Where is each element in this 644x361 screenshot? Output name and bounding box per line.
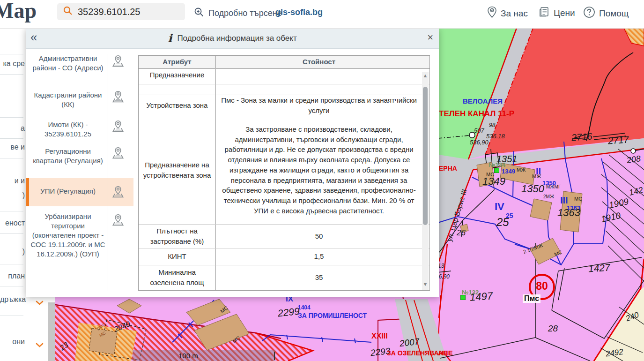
map-label-25: 25 (496, 216, 509, 229)
attr-cell: Предназначение (139, 69, 216, 84)
table-row: Устройствена зона Пмс - Зона за малки и … (139, 95, 429, 116)
divider (0, 264, 23, 264)
search-box (57, 3, 185, 20)
map-label-1349-blue: 1349 (502, 168, 515, 175)
map-label-1404: 1404 (298, 304, 311, 311)
app-logo[interactable]: Map (0, 0, 37, 23)
map-label-pms: Пмс (523, 294, 540, 303)
sidebar-item-fragment[interactable]: а (0, 124, 25, 133)
map-marker-green-132 (460, 295, 466, 300)
sidebar-item-fragment[interactable]: ) (0, 191, 25, 200)
map-marker-green-134 (494, 168, 499, 173)
map-pin-icon[interactable] (111, 90, 125, 104)
map-label-28: 28 (548, 323, 558, 334)
value-cell: 1,5 (216, 248, 429, 265)
table-row: Предназначение (139, 69, 429, 84)
about-button[interactable]: За нас (487, 6, 528, 21)
sidebar-item-fragment[interactable]: дръжка (0, 295, 25, 304)
scroll-down-icon[interactable]: ▼ (422, 281, 428, 287)
map-label-mzh-2: МЖ (532, 173, 541, 179)
attr-cell: КИНТ (139, 248, 216, 265)
sidebar-item-fragment[interactable]: еност (0, 219, 25, 227)
panel-header: i Подробна информация за обект « × (26, 28, 439, 49)
map-label-1350: 1350 (521, 183, 544, 195)
close-icon[interactable]: × (427, 31, 433, 44)
map-pin-icon[interactable] (111, 119, 125, 133)
attr-cell: Предназначение на устройствената зона (139, 116, 216, 224)
map-label-80: 80 (535, 280, 548, 293)
map-label-536-90: 536,90 (470, 139, 489, 146)
map-scale-label: 100 m (178, 352, 198, 360)
value-cell: Пмс - Зона за малки и средни производств… (216, 95, 429, 116)
map-label-mzh-1: МЖ (517, 167, 526, 173)
layer-item-kadastralni-rayoni[interactable]: Кадастрални райони (КК) (30, 90, 105, 109)
map-label-507: 507 (474, 127, 484, 134)
map-label-1349: 1349 (482, 175, 505, 188)
layer-item-imoti[interactable]: Имоти (КК) - 35239.6101.25 (30, 120, 105, 139)
column-header-attribute: Атрибут (139, 56, 216, 68)
location-pin-icon (487, 6, 497, 21)
divider (640, 7, 640, 22)
value-cell (216, 69, 429, 84)
sidebar-item-fragment[interactable]: они (0, 338, 25, 346)
map-label-1363: 1363 (557, 207, 580, 219)
chevron-down-icon[interactable] (36, 299, 44, 308)
table-row (139, 84, 429, 95)
table-row: КИНТ 1,5 (139, 248, 429, 265)
map-label-2716: 2716 (571, 131, 592, 143)
object-info-panel: i Подробна информация за обект « × Админ… (26, 28, 439, 297)
table-row: Мининална озеленена площ 35 (139, 265, 429, 290)
divider (0, 158, 23, 158)
collapse-panel-button[interactable]: « (30, 30, 37, 45)
column-header-value: Стойност (216, 56, 429, 68)
map-scale-tick (274, 352, 275, 360)
attr-cell: Мининална озеленена площ (139, 265, 216, 290)
scroll-up-icon[interactable]: ▲ (422, 73, 428, 78)
sidebar-item-fragment[interactable]: ка сре (0, 60, 25, 68)
value-cell: 35 (216, 265, 429, 290)
advanced-search-button[interactable]: Подробно търсене (194, 7, 282, 20)
map-label-2717: 2717 (607, 134, 629, 146)
layer-item-admin-rayoni[interactable]: Административни райони - СО (Адреси) (30, 54, 105, 73)
map-label-mzhmg: МЖМГ (546, 184, 561, 189)
sidebar-item-fragment[interactable]: план (0, 272, 25, 280)
prices-button[interactable]: Цени (539, 6, 575, 20)
map-label-13: 13 (438, 263, 444, 269)
panel-title: i Подробна информация за обект (26, 28, 439, 48)
map-label-98: 98 (489, 122, 495, 128)
divider (0, 316, 23, 316)
sidebar-item-fragment[interactable]: ве и (0, 143, 25, 151)
help-label: Помощ (599, 8, 629, 19)
divider (0, 94, 23, 94)
map-pin-icon[interactable] (111, 185, 125, 199)
layer-item-upi-active[interactable]: УПИ (Регулация) (30, 187, 105, 196)
layer-item-regulacionni-kvartali[interactable]: Регулационни квартали (Регулация) (30, 147, 105, 165)
map-pin-icon[interactable] (111, 213, 125, 227)
search-icon (63, 6, 73, 18)
active-layer-accent-bar (26, 178, 29, 206)
sidebar-item-fragment[interactable]: и и (0, 177, 25, 185)
chevron-down-icon[interactable] (36, 341, 44, 350)
map-label-536-18: 536.18 (486, 133, 505, 140)
map-label-26: 26 (457, 228, 466, 238)
map-label-2007: 2007 (399, 337, 420, 349)
prices-label: Цени (554, 8, 575, 18)
search-input[interactable] (77, 6, 172, 18)
value-cell (216, 84, 429, 95)
map-pin-icon[interactable] (111, 54, 125, 68)
map-label-208: 208 (626, 154, 642, 165)
map-label-1427: 1427 (588, 262, 610, 274)
sidebar-scrollbar[interactable] (48, 302, 55, 361)
site-link[interactable]: gis-sofia.bg (275, 8, 323, 17)
help-button[interactable]: Помощ (583, 6, 629, 21)
map-label-1497: 1497 (469, 290, 493, 303)
map-label-roman-iv: IV (495, 201, 504, 213)
info-icon: i (168, 31, 172, 45)
divider (0, 54, 23, 54)
layer-item-urbanizirani-teritorii[interactable]: Урбанизирани територии (окончателен прое… (30, 212, 105, 259)
map-label-no134: №134 (489, 161, 505, 168)
map-label-za-ozelenyavane: ЗА ОЗЕЛЕНЯВАНЕ (387, 349, 448, 357)
map-pin-icon[interactable] (111, 146, 125, 160)
table-scrollbar-thumb[interactable] (423, 87, 428, 225)
sidebar-item-fragment[interactable]: ) (0, 248, 25, 256)
